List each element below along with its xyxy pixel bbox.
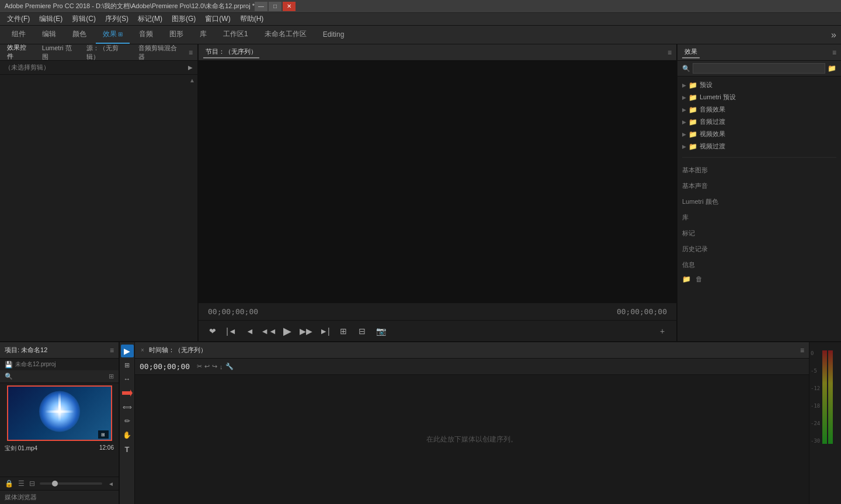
menu-clip[interactable]: 剪辑(C) [67,13,100,25]
grid-view-icon[interactable]: ⊟ [29,479,35,488]
pen-tool-button[interactable]: ✏ [121,415,134,427]
new-bin-icon[interactable]: 📁 [828,64,836,72]
tab-libraries[interactable]: 库 [193,26,214,44]
tab-workspace1[interactable]: 工作区1 [216,26,255,44]
section-libraries[interactable]: 库 [677,210,841,225]
timecode-left: 00;00;00;00 [208,307,258,316]
project-search-input[interactable] [15,373,106,380]
tree-item-presets[interactable]: ▶ 📁 预设 [677,79,841,91]
step-back-frame-button[interactable]: ◄◄ [262,324,276,338]
hand-tool-button[interactable]: ✋ [121,429,134,442]
close-button[interactable]: ✕ [283,2,296,11]
menu-file[interactable]: 文件(F) [2,13,34,25]
tab-color[interactable]: 颜色 [65,26,93,44]
menu-edit[interactable]: 编辑(E) [34,13,67,25]
tree-item-video-transitions[interactable]: ▶ 📁 视频过渡 [677,140,841,152]
program-monitor-view [199,61,676,303]
tab-program-no-sequence[interactable]: 节目：（无序列） [203,46,259,58]
selection-tool-button[interactable]: ▶ [121,345,134,357]
project-content-area [0,454,119,477]
tl-wrench-icon[interactable]: 🔧 [225,363,234,370]
tab-edit[interactable]: 编辑 [35,26,63,44]
type-tool-button[interactable]: T [121,443,134,456]
section-markers[interactable]: 标记 [677,225,841,241]
mark-in-button[interactable]: ❤ [206,324,220,338]
tree-item-lumetri-presets[interactable]: ▶ 📁 Lumetri 预设 [677,91,841,103]
insert-button[interactable]: ⊞ [336,324,350,338]
effects-right-menu-icon[interactable]: ≡ [832,48,836,57]
section-basic-audio[interactable]: 基本声音 [677,178,841,194]
tab-audio-clip-mixer[interactable]: 音频剪辑混合器 [136,43,182,62]
export-frame-button[interactable]: 📷 [374,324,388,338]
audio-meter-area: 0 -5 -12 -18 -24 -30 [809,342,841,504]
play-button[interactable]: ▶ [280,324,294,338]
add-button[interactable]: + [655,324,669,338]
tab-effects-right[interactable]: 效果 [682,46,700,58]
more-workspaces-button[interactable]: » [831,30,836,40]
new-bin-bottom-icon[interactable]: 📁 [682,275,691,283]
menu-window[interactable]: 窗口(W) [200,13,235,25]
tab-source-no-clip[interactable]: 源：（无剪辑） [84,43,130,62]
tl-cut-icon[interactable]: ✂ [197,363,202,370]
content-area: 效果控件 Lumetri 范围 源：（无剪辑） 音频剪辑混合器 ≡ （未选择剪辑… [0,44,841,504]
menu-marker[interactable]: 标记(M) [133,13,167,25]
slider-area[interactable] [40,482,102,485]
project-header: 项目: 未命名12 ≡ [0,342,119,359]
program-menu-icon[interactable]: ≡ [668,48,672,57]
tab-unnamed-workspace[interactable]: 未命名工作区 [258,26,314,44]
delete-bottom-icon[interactable]: 🗑 [696,275,703,283]
maximize-button[interactable]: □ [269,2,282,11]
meter-label-5: -5 [811,368,820,374]
tl-undo-icon[interactable]: ↩ [204,363,210,370]
tab-audio[interactable]: 音频 [132,26,160,44]
step-back-button[interactable]: ◄ [243,324,257,338]
tree-item-audio-transitions[interactable]: ▶ 📁 音频过渡 [677,116,841,128]
step-forward-frame-button[interactable]: ▶▶ [299,324,313,338]
expand-lumetri-icon: ▶ [682,95,686,100]
tab-lumetri-scope[interactable]: Lumetri 范围 [40,43,77,62]
menu-sequence[interactable]: 序列(S) [100,13,133,25]
tl-down-icon[interactable]: ↓ [220,363,223,370]
meter-bars-container: 0 -5 -12 -18 -24 -30 [811,350,840,444]
section-basic-graphics[interactable]: 基本图形 [677,162,841,178]
project-menu-icon[interactable]: ≡ [110,346,114,354]
razor-arrow-icon [121,387,134,399]
go-to-in-button[interactable]: |◄ [224,324,238,338]
timeline-close-icon[interactable]: × [141,347,144,353]
expand-audio-effects-icon: ▶ [682,107,686,113]
menu-help[interactable]: 帮助(H) [235,13,269,25]
slip-tool-button[interactable]: ⟺ [121,401,134,413]
minimize-button[interactable]: — [255,2,267,11]
step-forward-button[interactable]: ►| [318,324,332,338]
tab-effects[interactable]: 效果⊞ [96,26,130,44]
effects-control-menu-icon[interactable]: ≡ [189,48,193,57]
section-lumetri-color[interactable]: Lumetri 颜色 [677,194,841,210]
folder-audio-effects-icon: 📁 [689,106,697,114]
tree-item-video-effects[interactable]: ▶ 📁 视频效果 [677,128,841,140]
project-list-view-icon[interactable]: ⊞ [109,373,114,380]
razor-tool-button[interactable] [121,387,134,399]
media-browser-label[interactable]: 媒体浏览器 [5,493,37,502]
tab-editing[interactable]: Editing [316,26,352,44]
track-select-tool-button[interactable]: ⊞ [121,359,134,371]
timeline-menu-icon[interactable]: ≡ [800,346,804,354]
timeline-content: 在此处放下媒体以创建序列。 [135,375,809,504]
list-view-icon[interactable]: ☰ [18,479,25,488]
menu-bar: 文件(F) 编辑(E) 剪辑(C) 序列(S) 标记(M) 图形(G) 窗口(W… [0,13,841,26]
overwrite-button[interactable]: ⊟ [355,324,369,338]
tl-redo-icon[interactable]: ↪ [212,363,217,370]
menu-graphics[interactable]: 图形(G) [167,13,200,25]
effects-search-input[interactable] [693,63,825,74]
section-history[interactable]: 历史记录 [677,241,841,257]
tab-assembly[interactable]: 组件 [5,26,33,44]
lower-panel-expand-icon[interactable]: ◄ [108,481,114,487]
section-info[interactable]: 信息 [677,257,841,273]
tab-graphics[interactable]: 图形 [162,26,190,44]
ripple-edit-tool-button[interactable]: ↔ [121,373,134,385]
tab-effects-controls[interactable]: 效果控件 [5,42,33,63]
expand-arrow-icon[interactable]: ▶ [188,64,193,71]
tree-item-audio-effects[interactable]: ▶ 📁 音频效果 [677,103,841,116]
scroll-up-icon[interactable]: ▲ [189,77,195,84]
timeline-title: 时间轴：（无序列） [149,346,207,354]
project-search-bar: 🔍 ⊞ [0,370,119,383]
